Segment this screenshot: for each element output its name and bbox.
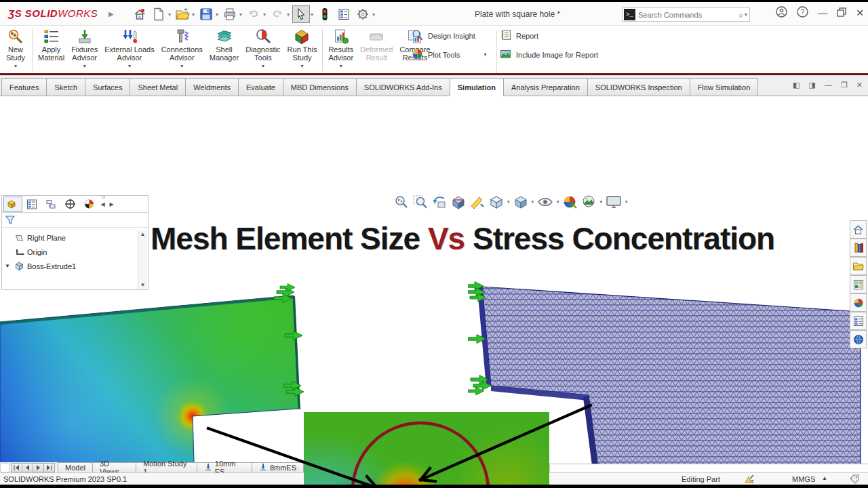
ribbon-caret[interactable]: ▾ xyxy=(128,63,131,69)
new-document-caret[interactable]: ▾ xyxy=(168,12,171,18)
tree-item-right-plane[interactable]: Right Plane xyxy=(2,230,148,245)
view-orientation-caret[interactable]: ▾ xyxy=(507,199,510,205)
redo-icon[interactable] xyxy=(269,5,286,23)
save-icon[interactable] xyxy=(197,5,215,23)
search-icon[interactable]: ⌕ xyxy=(738,10,743,20)
tab-displaymanager[interactable] xyxy=(79,197,98,212)
display-style-icon[interactable] xyxy=(511,194,530,210)
close-icon[interactable]: ✕ xyxy=(856,8,864,18)
tree-tabs-left-icon[interactable]: ◀ xyxy=(98,201,107,207)
design-library-icon[interactable] xyxy=(850,239,867,257)
print-caret[interactable]: ▾ xyxy=(239,12,242,18)
section-view-icon[interactable] xyxy=(449,194,468,210)
doc-tab-model[interactable]: Model xyxy=(58,462,92,473)
tab-solidworks-add-ins[interactable]: SOLIDWORKS Add-Ins xyxy=(356,78,450,96)
tree-tabs-right-icon[interactable]: ▶ xyxy=(107,201,116,207)
zoom-fit-icon[interactable] xyxy=(392,194,411,210)
options-caret[interactable]: ▾ xyxy=(372,12,375,18)
tab-dimxpertmanager[interactable] xyxy=(60,197,79,212)
ribbon-button-external-loads-advisor[interactable]: External LoadsAdvisor▾ xyxy=(101,26,157,74)
scroll-down-icon[interactable]: ▼ xyxy=(140,282,146,288)
forum-globe-icon[interactable] xyxy=(850,330,867,348)
units-selector[interactable]: MMGS xyxy=(792,475,815,483)
ribbon-button-run-this-study[interactable]: Run ThisStudy▾ xyxy=(284,26,321,74)
tab-evaluate[interactable]: Evaluate xyxy=(238,78,283,96)
apply-scene-icon[interactable] xyxy=(580,194,599,210)
search-commands-box[interactable]: >_ ⌕ ▾ xyxy=(623,7,750,22)
help-icon[interactable]: ? xyxy=(797,6,808,19)
tab-simulation[interactable]: Simulation xyxy=(450,78,503,96)
pane-left-icon[interactable]: ◧ xyxy=(793,81,800,89)
tab-analysis-preparation[interactable]: Analysis Preparation xyxy=(503,78,587,96)
tab-prev-icon[interactable] xyxy=(22,463,33,472)
zoom-area-icon[interactable] xyxy=(411,194,430,210)
previous-view-icon[interactable] xyxy=(430,194,449,210)
view-settings-caret[interactable]: ▾ xyxy=(625,199,628,205)
include-image-button[interactable]: Include Image for Report xyxy=(500,48,598,61)
ribbon-caret[interactable]: ▾ xyxy=(83,63,86,69)
ribbon-button-apply-material[interactable]: ApplyMaterial xyxy=(35,26,68,74)
redo-caret[interactable]: ▾ xyxy=(287,12,290,18)
search-caret[interactable]: ▾ xyxy=(745,12,747,18)
ribbon-button-shell-manager[interactable]: ShellManager xyxy=(206,26,242,74)
sketch-tool-icon[interactable] xyxy=(468,194,487,210)
ribbon-button-fixtures-advisor[interactable]: FixturesAdvisor▾ xyxy=(68,26,101,74)
tab-weldments[interactable]: Weldments xyxy=(185,78,238,96)
stress-plot-model[interactable] xyxy=(0,283,312,488)
restore-icon[interactable] xyxy=(837,7,846,18)
tab-next-icon[interactable] xyxy=(33,463,44,472)
tab-featuremanager[interactable] xyxy=(3,197,22,212)
doc-tab-8mmes[interactable]: 8mmES xyxy=(252,462,304,473)
open-caret[interactable]: ▾ xyxy=(192,12,195,18)
resources-home-icon[interactable] xyxy=(850,220,867,239)
hide-show-items-icon[interactable] xyxy=(535,194,555,210)
tab-solidworks-inspection[interactable]: SOLIDWORKS Inspection xyxy=(587,78,690,96)
doc-restore-icon[interactable]: ❐ xyxy=(841,81,848,89)
graphics-viewport[interactable]: Mesh Element Size Vs Stress Concentratio… xyxy=(0,96,868,485)
ribbon-caret[interactable]: ▾ xyxy=(340,63,342,69)
options-gear-icon[interactable] xyxy=(354,5,372,23)
edit-appearance-icon[interactable] xyxy=(561,194,580,210)
logo-expander-icon[interactable]: ▶ xyxy=(108,10,114,18)
tag-icon[interactable] xyxy=(850,474,859,485)
new-document-icon[interactable] xyxy=(150,5,167,23)
display-style-caret[interactable]: ▾ xyxy=(532,199,534,205)
ribbon-button-diagnostic-tools[interactable]: DiagnosticTools▾ xyxy=(242,26,283,74)
view-settings-icon[interactable] xyxy=(604,194,624,210)
ribbon-caret[interactable]: ▾ xyxy=(262,63,264,69)
file-explorer-icon[interactable] xyxy=(850,257,867,275)
undo-caret[interactable]: ▾ xyxy=(263,12,266,18)
tab-first-icon[interactable] xyxy=(11,463,22,472)
horizontal-scrollbar[interactable] xyxy=(549,464,868,472)
home-icon[interactable] xyxy=(131,5,149,23)
account-icon[interactable] xyxy=(776,6,787,19)
ribbon-button-connections-advisor[interactable]: ConnectionsAdvisor▾ xyxy=(158,26,206,74)
evaluate-list-icon[interactable] xyxy=(335,5,353,23)
report-button[interactable]: Report xyxy=(500,29,598,42)
ribbon-caret[interactable]: ▾ xyxy=(300,63,303,69)
appearances-icon[interactable] xyxy=(850,293,867,312)
tab-last-icon[interactable] xyxy=(43,463,55,472)
ribbon-caret[interactable]: ▾ xyxy=(180,63,183,69)
tab-features[interactable]: Features xyxy=(1,78,46,96)
tab-configurationmanager[interactable] xyxy=(41,197,60,212)
tab-sketch[interactable]: Sketch xyxy=(46,78,85,96)
doc-tab-motion-study-1[interactable]: Motion Study 1 xyxy=(136,462,197,473)
tree-item-origin[interactable]: Origin xyxy=(2,245,148,259)
tree-filter-row[interactable] xyxy=(2,213,148,228)
ribbon-caret[interactable]: ▾ xyxy=(14,63,17,69)
units-caret[interactable]: ▲ xyxy=(822,475,827,481)
plot-tools-button[interactable]: Plot Tools ▾ xyxy=(412,48,487,61)
scroll-up-icon[interactable]: ▲ xyxy=(140,231,146,237)
expand-icon[interactable]: ▼ xyxy=(2,263,13,269)
tab-splitter-handle[interactable] xyxy=(0,463,9,472)
pane-right-icon[interactable]: ◨ xyxy=(809,81,816,89)
custom-properties-icon[interactable] xyxy=(850,312,867,330)
view-orientation-icon[interactable] xyxy=(487,194,506,210)
doc-minimize-icon[interactable]: — xyxy=(825,81,832,89)
tab-propertymanager[interactable] xyxy=(22,197,41,212)
tab-mbd-dimensions[interactable]: MBD Dimensions xyxy=(283,78,356,96)
undo-icon[interactable] xyxy=(245,5,262,23)
print-icon[interactable] xyxy=(221,5,239,23)
open-icon[interactable] xyxy=(174,5,191,23)
